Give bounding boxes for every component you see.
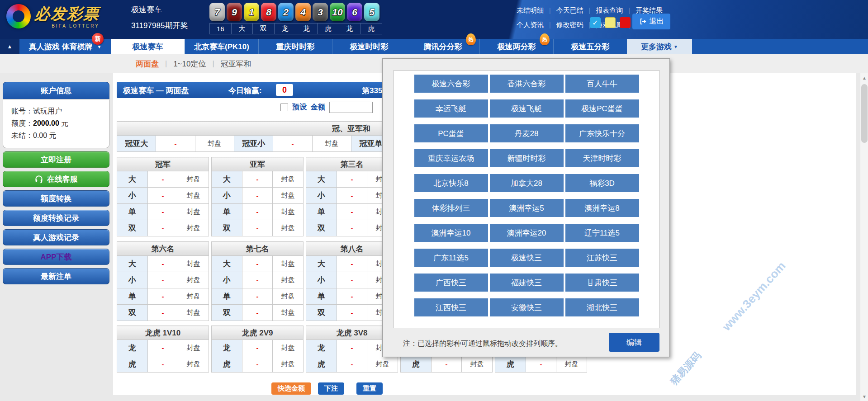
game-button-福建快三[interactable]: 福建快三 — [490, 274, 564, 292]
tab-game[interactable]: 极速赛车 — [111, 39, 185, 54]
bet-closed-cell[interactable]: 封盘 — [178, 288, 209, 305]
header-link[interactable]: 个人资讯 — [517, 21, 544, 29]
yellow-chip[interactable] — [605, 17, 616, 28]
game-button-百人牛牛[interactable]: 百人牛牛 — [565, 75, 639, 93]
bet-odds-cell[interactable]: - — [147, 204, 178, 220]
game-button-澳洲幸运10[interactable]: 澳洲幸运10 — [414, 224, 488, 242]
bet-odds-cell[interactable]: - — [147, 220, 178, 236]
bet-closed-cell[interactable]: 封盘 — [273, 188, 304, 204]
game-button-幸运飞艇[interactable]: 幸运飞艇 — [414, 99, 488, 118]
bet-closed-cell[interactable]: 封盘 — [312, 136, 351, 152]
scrollbar-thumb[interactable] — [861, 84, 868, 143]
amount-input[interactable] — [329, 102, 373, 113]
bet-odds-cell[interactable]: - — [337, 288, 367, 305]
bet-closed-cell[interactable]: 封盘 — [178, 305, 209, 321]
bet-closed-cell[interactable]: 封盘 — [273, 256, 304, 272]
logo[interactable]: 必发彩票 BIFA LOTTERY — [6, 4, 100, 28]
vertical-scrollbar[interactable]: ▲ ▼ — [860, 73, 868, 401]
bet-closed-cell[interactable]: 封盘 — [273, 356, 304, 373]
bet-odds-cell[interactable]: - — [242, 256, 273, 272]
bet-odds-cell[interactable]: - — [242, 305, 273, 321]
game-button-新疆时时彩[interactable]: 新疆时时彩 — [490, 149, 564, 167]
bet-odds-cell[interactable]: - — [431, 356, 462, 373]
game-button-福彩3D[interactable]: 福彩3D — [565, 174, 639, 192]
bet-odds-cell[interactable]: - — [242, 340, 273, 356]
sidebar-button-真人游戏记录[interactable]: 真人游戏记录 — [3, 229, 109, 245]
bet-odds-cell[interactable]: - — [337, 188, 367, 204]
sidebar-button-最新注单[interactable]: 最新注单 — [3, 268, 109, 284]
tab-game[interactable]: 极速两分彩热 — [479, 39, 553, 54]
bet-odds-cell[interactable]: - — [337, 356, 367, 373]
bet-odds-cell[interactable]: - — [337, 220, 367, 236]
game-button-北京快乐8[interactable]: 北京快乐8 — [414, 174, 488, 192]
bet-odds-cell[interactable]: - — [147, 256, 178, 272]
bet-closed-cell[interactable]: 封盘 — [178, 220, 209, 236]
place-bet-button[interactable]: 下注 — [318, 382, 344, 395]
tab-more-games[interactable]: 更多游戏▼ — [627, 39, 692, 54]
game-button-体彩排列三[interactable]: 体彩排列三 — [414, 199, 488, 217]
logout-button[interactable]: 退出 — [632, 14, 670, 29]
bet-odds-cell[interactable]: - — [147, 356, 178, 373]
header-link[interactable]: 未结明细 — [517, 6, 544, 15]
bet-odds-cell[interactable]: - — [242, 272, 273, 288]
game-button-极速PC蛋蛋[interactable]: 极速PC蛋蛋 — [565, 99, 639, 118]
game-button-极速飞艇[interactable]: 极速飞艇 — [490, 99, 564, 118]
game-button-丹麦28[interactable]: 丹麦28 — [490, 124, 564, 142]
game-button-甘肃快三[interactable]: 甘肃快三 — [565, 274, 639, 292]
tab-game[interactable]: 重庆时时彩 — [258, 39, 332, 54]
bet-closed-cell[interactable]: 封盘 — [556, 356, 587, 373]
game-button-重庆幸运农场[interactable]: 重庆幸运农场 — [414, 149, 488, 167]
bet-closed-cell[interactable]: 封盘 — [273, 220, 304, 236]
bet-closed-cell[interactable]: 封盘 — [178, 204, 209, 220]
tab-game[interactable]: 北京赛车(PK10) — [185, 39, 258, 54]
bet-closed-cell[interactable]: 封盘 — [178, 188, 209, 204]
bet-odds-cell[interactable]: - — [147, 340, 178, 356]
game-button-香港六合彩[interactable]: 香港六合彩 — [490, 75, 564, 93]
bet-closed-cell[interactable]: 封盘 — [273, 305, 304, 321]
bet-closed-cell[interactable]: 封盘 — [195, 136, 234, 152]
game-button-广西快三[interactable]: 广西快三 — [414, 274, 488, 292]
bet-odds-cell[interactable]: - — [242, 356, 273, 373]
sidebar-button-APP下载[interactable]: APP下载 — [3, 249, 109, 265]
header-link[interactable]: 报表查询 — [596, 6, 623, 15]
game-button-辽宁11选5[interactable]: 辽宁11选5 — [565, 224, 639, 242]
bet-closed-cell[interactable]: 封盘 — [178, 356, 209, 373]
bet-odds-cell[interactable]: - — [337, 272, 367, 288]
bet-closed-cell[interactable]: 封盘 — [178, 171, 209, 188]
bet-closed-cell[interactable]: 封盘 — [273, 272, 304, 288]
sidebar-button-立即注册[interactable]: 立即注册 — [3, 151, 109, 168]
game-button-江西快三[interactable]: 江西快三 — [414, 298, 488, 316]
bet-odds-cell[interactable]: - — [337, 171, 367, 188]
quick-amount-button[interactable]: 快选金额 — [271, 382, 311, 395]
bet-odds-cell[interactable]: - — [337, 204, 367, 220]
bet-odds-cell[interactable]: - — [337, 305, 367, 321]
edit-button[interactable]: 编辑 — [609, 333, 659, 352]
game-button-广东11选5[interactable]: 广东11选5 — [414, 249, 488, 267]
reset-button[interactable]: 重置 — [356, 382, 383, 395]
bet-odds-cell[interactable]: - — [242, 220, 273, 236]
game-button-江苏快三[interactable]: 江苏快三 — [565, 249, 639, 267]
bet-closed-cell[interactable]: 封盘 — [178, 340, 209, 356]
bet-odds-cell[interactable]: - — [242, 171, 273, 188]
bet-odds-cell[interactable]: - — [147, 171, 178, 188]
bet-odds-cell[interactable]: - — [156, 136, 195, 152]
header-link[interactable]: 修改密码 — [556, 21, 583, 29]
game-button-澳洲幸运5[interactable]: 澳洲幸运5 — [490, 199, 564, 217]
bet-odds-cell[interactable]: - — [526, 356, 556, 373]
bet-closed-cell[interactable]: 封盘 — [273, 204, 304, 220]
bet-odds-cell[interactable]: - — [147, 288, 178, 305]
scroll-down-icon[interactable]: ▼ — [860, 392, 868, 401]
breadcrumb-item[interactable]: 两面盘 — [136, 59, 159, 69]
header-link[interactable]: 今天已结 — [556, 6, 583, 15]
bet-closed-cell[interactable]: 封盘 — [367, 356, 398, 373]
game-button-极速六合彩[interactable]: 极速六合彩 — [414, 75, 488, 93]
bet-odds-cell[interactable]: - — [242, 288, 273, 305]
sidebar-button-额度转换记录[interactable]: 额度转换记录 — [3, 210, 109, 226]
sidebar-button-额度转换[interactable]: 额度转换 — [3, 190, 109, 207]
bet-closed-cell[interactable]: 封盘 — [462, 356, 493, 373]
bet-closed-cell[interactable]: 封盘 — [273, 340, 304, 356]
game-button-PC蛋蛋[interactable]: PC蛋蛋 — [414, 124, 488, 142]
game-button-广东快乐十分[interactable]: 广东快乐十分 — [565, 124, 639, 142]
collapse-arrow-icon[interactable]: ▲ — [0, 39, 19, 54]
bet-closed-cell[interactable]: 封盘 — [178, 272, 209, 288]
